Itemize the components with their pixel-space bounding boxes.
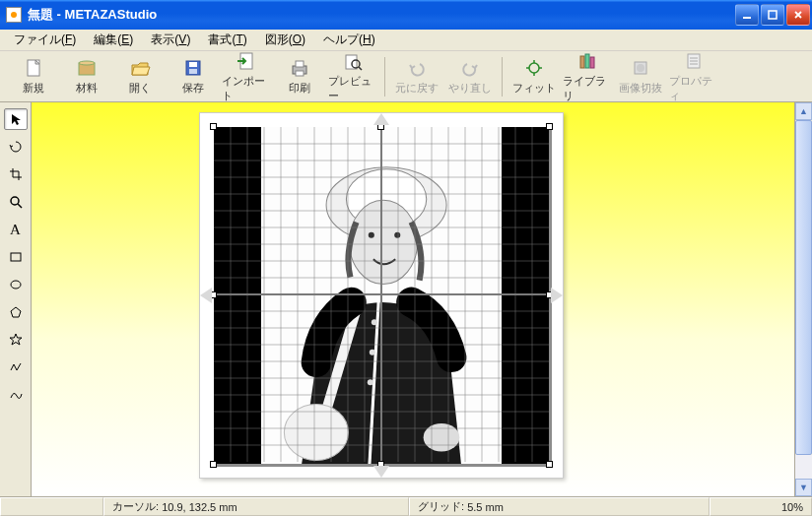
- svg-rect-0: [743, 17, 751, 19]
- svg-rect-6: [189, 62, 197, 67]
- scroll-thumb[interactable]: [795, 120, 812, 455]
- menu-view[interactable]: 表示(V): [143, 30, 198, 50]
- tool-crop[interactable]: [4, 163, 28, 185]
- text-icon: A: [10, 222, 21, 238]
- zoom-value: 10%: [781, 501, 803, 513]
- library-button[interactable]: ライブラリ: [562, 53, 613, 100]
- svg-point-4: [79, 61, 95, 65]
- tool-curve[interactable]: [4, 384, 28, 406]
- status-pane-empty: [0, 497, 103, 516]
- svg-point-15: [529, 63, 539, 73]
- tool-rotate[interactable]: [4, 136, 28, 158]
- scroll-down-button[interactable]: ▼: [795, 479, 812, 496]
- svg-line-26: [18, 204, 22, 208]
- grid-overlay-icon: [214, 127, 549, 462]
- svg-rect-11: [296, 71, 304, 76]
- properties-icon: [682, 50, 706, 72]
- polyline-icon: [9, 360, 23, 374]
- status-cursor: カーソル: 10.9, 132.5 mm: [103, 497, 409, 516]
- menu-help[interactable]: ヘルプ(H): [315, 30, 383, 50]
- redo-icon: [458, 57, 482, 79]
- cursor-icon: [9, 112, 23, 126]
- vertical-scrollbar[interactable]: ▲ ▼: [794, 102, 812, 496]
- handle-bot-right[interactable]: [546, 461, 553, 468]
- canvas-area[interactable]: [32, 102, 794, 496]
- alignment-pointer-right: [551, 288, 563, 303]
- handle-top-left[interactable]: [210, 123, 217, 130]
- minimize-button[interactable]: [735, 4, 759, 26]
- tool-ellipse[interactable]: [4, 274, 28, 295]
- tool-pointer[interactable]: [4, 108, 28, 130]
- undo-icon: [405, 57, 429, 79]
- new-button[interactable]: 新規: [8, 53, 59, 100]
- import-label: インポート: [222, 74, 271, 103]
- toolbar: 新規 材料 開く 保存 インポート 印刷 プレビュー 元に戻す やり直し フィッ…: [0, 51, 812, 102]
- close-button[interactable]: [786, 4, 810, 26]
- handle-bot-left[interactable]: [210, 461, 217, 468]
- svg-rect-10: [296, 61, 304, 67]
- rotate-icon: [9, 140, 23, 154]
- redo-button[interactable]: やり直し: [444, 53, 496, 100]
- grid-value: 5.5 mm: [467, 501, 504, 513]
- toolbar-separator: [384, 57, 385, 97]
- tool-star[interactable]: [4, 329, 28, 351]
- fit-label: フィット: [512, 81, 556, 96]
- floppy-icon: [181, 57, 205, 79]
- scroll-up-button[interactable]: ▲: [795, 102, 812, 120]
- tool-polygon[interactable]: [4, 301, 28, 323]
- imageclip-button[interactable]: 画像切抜: [615, 53, 666, 100]
- grid-label: グリッド:: [418, 499, 464, 514]
- print-button[interactable]: 印刷: [274, 53, 325, 100]
- undo-button[interactable]: 元に戻す: [391, 53, 442, 100]
- menu-edit[interactable]: 編集(E): [86, 30, 141, 50]
- undo-label: 元に戻す: [395, 81, 439, 96]
- pentagon-icon: [9, 305, 23, 319]
- menu-file[interactable]: ファイル(F): [6, 30, 84, 50]
- alignment-pointer-bottom: [373, 466, 389, 478]
- svg-rect-18: [590, 57, 594, 68]
- material-icon: [75, 57, 99, 79]
- maximize-button[interactable]: [761, 4, 784, 26]
- window-buttons: [735, 4, 810, 26]
- toolbar-separator: [502, 57, 503, 97]
- cursor-value: 10.9, 132.5 mm: [162, 501, 237, 513]
- tool-text[interactable]: A: [4, 219, 28, 240]
- alignment-pointer-top: [373, 113, 389, 125]
- svg-marker-30: [10, 334, 22, 345]
- imageclip-label: 画像切抜: [619, 81, 662, 96]
- svg-point-28: [11, 281, 21, 289]
- svg-line-14: [359, 67, 362, 70]
- preview-label: プレビュー: [328, 74, 377, 103]
- import-button[interactable]: インポート: [221, 53, 272, 100]
- print-label: 印刷: [289, 81, 310, 96]
- menu-format[interactable]: 書式(T): [200, 30, 254, 50]
- tool-zoom[interactable]: [4, 191, 28, 213]
- import-icon: [235, 50, 258, 72]
- fit-button[interactable]: フィット: [508, 53, 560, 100]
- property-button[interactable]: プロパティ: [668, 53, 719, 100]
- main-area: A: [0, 102, 812, 496]
- svg-rect-12: [346, 55, 357, 69]
- svg-point-20: [637, 64, 644, 72]
- material-label: 材料: [76, 81, 98, 96]
- preview-icon: [341, 50, 365, 72]
- tool-rect[interactable]: [4, 246, 28, 268]
- svg-marker-29: [11, 307, 21, 317]
- tool-polyline[interactable]: [4, 356, 28, 378]
- fit-icon: [522, 57, 546, 79]
- open-button[interactable]: 開く: [114, 53, 166, 100]
- library-icon: [575, 50, 599, 72]
- scroll-track[interactable]: [795, 455, 812, 479]
- redo-label: やり直し: [448, 81, 492, 96]
- preview-button[interactable]: プレビュー: [327, 53, 378, 100]
- property-label: プロパティ: [669, 74, 718, 103]
- material-button[interactable]: 材料: [61, 53, 112, 100]
- handle-top-right[interactable]: [546, 123, 553, 130]
- crop-tool-icon: [9, 167, 23, 181]
- magnifier-icon: [9, 195, 23, 209]
- work-area[interactable]: [214, 127, 549, 464]
- library-label: ライブラリ: [563, 74, 612, 103]
- rect-icon: [9, 250, 23, 264]
- menu-shape[interactable]: 図形(O): [257, 30, 313, 50]
- save-button[interactable]: 保存: [168, 53, 219, 100]
